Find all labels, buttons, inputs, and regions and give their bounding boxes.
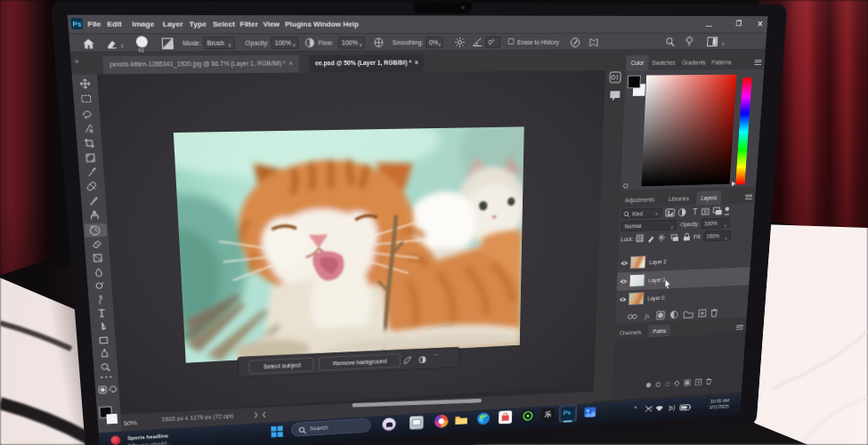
svg-text:T: T xyxy=(693,207,698,216)
svg-text:fx: fx xyxy=(645,312,650,320)
